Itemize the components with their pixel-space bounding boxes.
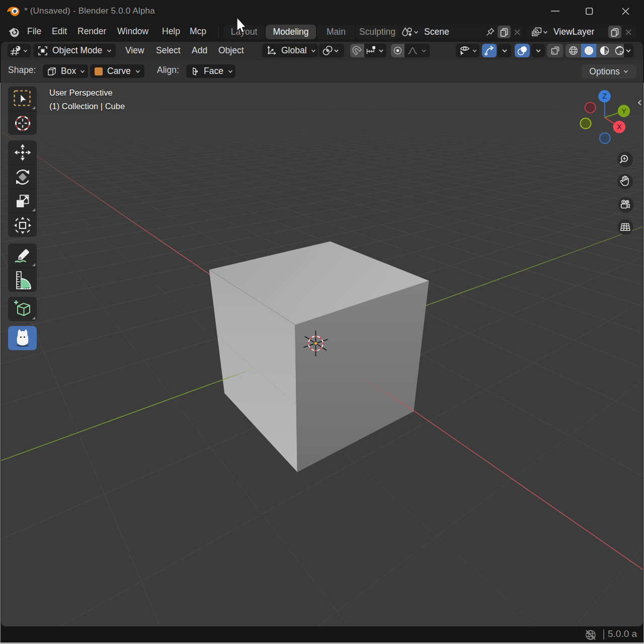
svg-text:Z: Z xyxy=(602,92,607,100)
svg-text:X: X xyxy=(617,123,622,131)
svg-text:Y: Y xyxy=(621,107,626,115)
